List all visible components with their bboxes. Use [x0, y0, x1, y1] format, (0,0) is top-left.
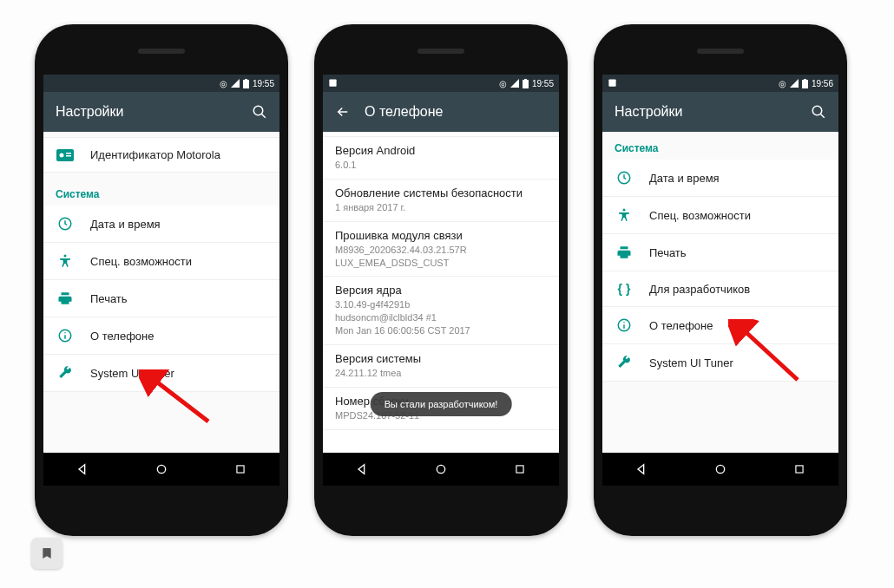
signal-icon — [790, 79, 799, 88]
svg-rect-16 — [329, 79, 336, 86]
status-bar: ◎ 19:56 — [602, 75, 838, 92]
nav-home-button[interactable] — [703, 462, 738, 476]
nav-recent-button[interactable] — [503, 463, 537, 475]
back-arrow-icon[interactable] — [335, 104, 351, 120]
toast-developer: Вы стали разработчиком! — [371, 392, 512, 416]
clock-icon — [615, 170, 634, 186]
settings-item-label: System UI Tuner — [90, 367, 174, 380]
nav-back-button[interactable] — [624, 462, 659, 476]
svg-rect-17 — [523, 80, 529, 88]
about-item-title: Версия Android — [335, 144, 547, 157]
about-item-title: Прошивка модуля связи — [335, 229, 547, 242]
svg-rect-0 — [243, 80, 249, 88]
nav-home-button[interactable] — [144, 462, 179, 476]
phone-frame-2: ◎ 19:55 О телефоне Версия Android 6.0.1 … — [314, 24, 568, 536]
settings-item-system-ui-tuner[interactable]: System UI Tuner — [602, 344, 838, 382]
svg-point-2 — [253, 106, 263, 115]
svg-point-27 — [623, 209, 626, 212]
wrench-icon — [615, 355, 634, 370]
screen-1: ◎ 19:55 Настройки Идентификатор Motorola… — [43, 75, 279, 486]
bookmark-icon — [40, 546, 54, 561]
settings-item-print[interactable]: Печать — [43, 280, 279, 317]
about-item-system-version[interactable]: Версия системы 24.211.12 tmea — [323, 345, 559, 388]
nav-back-button[interactable] — [65, 462, 100, 476]
clock: 19:55 — [253, 79, 274, 88]
nav-bar — [323, 453, 559, 486]
nav-back-button[interactable] — [345, 462, 379, 476]
about-item-android-version[interactable]: Версия Android 6.0.1 — [323, 137, 559, 180]
about-item-title: Версия системы — [335, 352, 547, 365]
settings-item-label: Печать — [649, 246, 687, 259]
nav-recent-button[interactable] — [782, 463, 817, 475]
svg-line-3 — [261, 114, 266, 118]
accessibility-icon — [615, 207, 634, 223]
svg-rect-22 — [802, 80, 808, 88]
settings-item-label: О телефоне — [90, 330, 154, 343]
clock-icon — [56, 216, 75, 232]
svg-rect-6 — [66, 153, 71, 154]
app-bar: Настройки — [602, 92, 838, 132]
wrench-icon — [56, 365, 75, 381]
settings-item-about-phone[interactable]: О телефоне — [43, 317, 279, 355]
accessibility-icon — [56, 253, 75, 269]
about-item-security-patch[interactable]: Обновление системы безопасности 1 января… — [323, 180, 559, 222]
app-bar: О телефоне — [323, 92, 559, 132]
status-bar: ◎ 19:55 — [323, 75, 559, 92]
settings-item-label: Дата и время — [90, 218, 161, 231]
app-bar: Настройки — [43, 92, 279, 132]
print-icon — [615, 245, 634, 260]
settings-item-label: О телефоне — [649, 319, 713, 332]
search-icon[interactable] — [811, 104, 826, 120]
settings-item-accessibility[interactable]: Спец. возможности — [43, 243, 279, 280]
nav-home-button[interactable] — [424, 462, 458, 476]
bookmark-button[interactable] — [31, 538, 62, 569]
about-item-kernel[interactable]: Версия ядра 3.10.49-g4f4291b hudsoncm@il… — [323, 277, 559, 345]
settings-item-motorola-id[interactable]: Идентификатор Motorola — [43, 137, 279, 173]
svg-point-30 — [623, 322, 625, 323]
about-item-baseband[interactable]: Прошивка модуля связи M8936_2020632.44.0… — [323, 222, 559, 278]
settings-item-label: Спец. возможности — [649, 209, 751, 222]
screen-3: ◎ 19:56 Настройки Система Дата и время С… — [602, 75, 838, 486]
about-item-value: 24.211.12 tmea — [335, 367, 547, 380]
settings-item-print[interactable]: Печать — [602, 234, 838, 271]
svg-rect-18 — [524, 79, 527, 80]
settings-item-label: Для разработчиков — [649, 283, 750, 296]
svg-rect-21 — [608, 79, 615, 86]
svg-point-19 — [437, 465, 444, 473]
screenshot-icon — [328, 78, 338, 89]
svg-rect-7 — [66, 155, 71, 157]
nav-bar — [602, 453, 838, 486]
braces-icon: { } — [615, 282, 634, 296]
nav-bar — [43, 453, 279, 486]
app-bar-title: О телефоне — [365, 104, 547, 120]
settings-item-developer-options[interactable]: { } Для разработчиков — [602, 271, 838, 307]
clock: 19:56 — [812, 79, 833, 88]
target-icon: ◎ — [499, 79, 507, 88]
search-icon[interactable] — [252, 104, 267, 120]
svg-rect-14 — [237, 466, 244, 473]
svg-rect-20 — [516, 466, 523, 473]
svg-rect-32 — [796, 466, 803, 473]
settings-item-date-time[interactable]: Дата и время — [43, 206, 279, 243]
settings-item-about-phone[interactable]: О телефоне — [602, 307, 838, 344]
svg-rect-1 — [245, 79, 247, 80]
phone-speaker — [697, 49, 744, 54]
phone-frame-3: ◎ 19:56 Настройки Система Дата и время С… — [594, 24, 847, 536]
settings-item-accessibility[interactable]: Спец. возможности — [602, 197, 838, 234]
settings-list: Система Дата и время Спец. возможности П… — [602, 132, 838, 486]
settings-item-label: System UI Tuner — [649, 356, 733, 369]
svg-rect-23 — [804, 79, 806, 80]
about-item-value: 1 января 2017 г. — [335, 201, 547, 214]
status-bar: ◎ 19:55 — [43, 75, 279, 92]
target-icon: ◎ — [779, 79, 786, 88]
settings-item-system-ui-tuner[interactable]: System UI Tuner — [43, 355, 279, 392]
target-icon: ◎ — [220, 79, 227, 88]
screenshot-icon — [608, 78, 617, 89]
nav-recent-button[interactable] — [223, 463, 258, 475]
svg-point-13 — [157, 465, 165, 473]
section-header-system: Система — [602, 132, 838, 160]
svg-point-24 — [812, 106, 822, 115]
battery-icon — [802, 79, 808, 88]
about-item-value: M8936_2020632.44.03.21.57R LUX_EMEA_DSDS… — [335, 244, 547, 270]
settings-item-date-time[interactable]: Дата и время — [602, 160, 838, 197]
